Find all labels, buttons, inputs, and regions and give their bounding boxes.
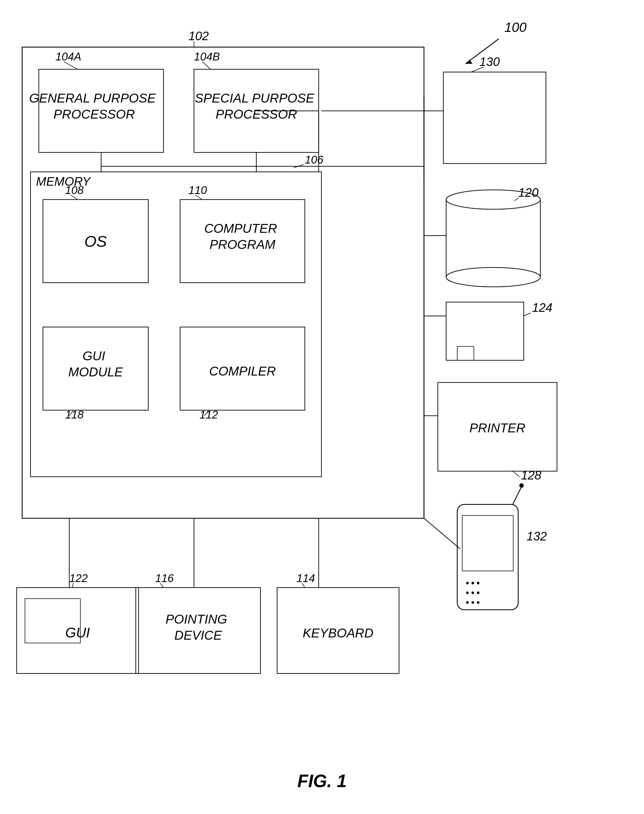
ref-120: 120: [518, 186, 539, 199]
ref-132: 132: [526, 529, 547, 543]
label-gui: GUI: [65, 625, 90, 641]
ref-116: 116: [155, 572, 174, 584]
ref-130: 130: [479, 55, 500, 69]
fig-label: FIG. 1: [297, 771, 347, 791]
svg-rect-0: [0, 0, 644, 814]
label-compiler: COMPILER: [209, 364, 276, 378]
svg-point-60: [519, 483, 524, 488]
ref-106: 106: [305, 153, 324, 166]
ref-128: 128: [521, 468, 541, 482]
svg-text:● ● ●: ● ● ●: [466, 579, 480, 586]
ref-102: 102: [189, 29, 209, 43]
svg-text:● ● ●: ● ● ●: [466, 599, 480, 606]
label-keyboard: KEYBOARD: [303, 626, 374, 640]
label-printer: PRINTER: [469, 421, 525, 435]
ref-110: 110: [189, 184, 207, 196]
ref-100: 100: [504, 20, 526, 35]
ref-118: 118: [65, 409, 84, 421]
ref-122: 122: [69, 572, 88, 584]
ref-104b: 104B: [194, 51, 220, 63]
label-os: OS: [84, 233, 107, 250]
ref-108: 108: [65, 184, 84, 196]
ref-124: 124: [532, 301, 552, 314]
ref-104a: 104A: [55, 51, 81, 63]
diagram-container: 100 102 104A GENERAL PURPOSE PROCESSOR 1…: [0, 0, 644, 814]
ref-114: 114: [296, 572, 315, 584]
svg-point-33: [446, 267, 540, 287]
svg-text:● ● ●: ● ● ●: [466, 589, 480, 596]
